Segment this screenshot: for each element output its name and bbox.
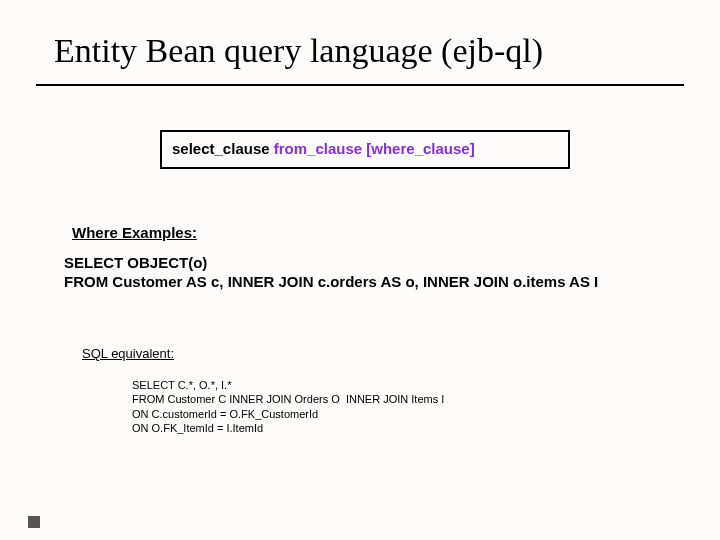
where-examples-heading: Where Examples: (72, 224, 197, 241)
sql-line: SELECT C.*, O.*, I.* (132, 379, 231, 391)
sql-line: ON O.FK_ItemId = I.ItemId (132, 422, 263, 434)
slide-title: Entity Bean query language (ejb-ql) (54, 32, 543, 70)
title-underline (36, 84, 684, 86)
ejbql-example: SELECT OBJECT(o) FROM Customer AS c, INN… (64, 254, 598, 292)
syntax-box: select_clause from_clause [where_clause] (160, 130, 570, 169)
sql-equivalent-body: SELECT C.*, O.*, I.* FROM Customer C INN… (132, 378, 444, 435)
ejbql-line: FROM Customer AS c, INNER JOIN c.orders … (64, 273, 598, 290)
sql-line: ON C.customerId = O.FK_CustomerId (132, 408, 318, 420)
slide-corner-marker (28, 516, 40, 528)
syntax-from-where-clause: from_clause [where_clause] (274, 140, 475, 157)
ejbql-line: SELECT OBJECT(o) (64, 254, 207, 271)
syntax-select-clause: select_clause (172, 140, 274, 157)
sql-line: FROM Customer C INNER JOIN Orders O INNE… (132, 393, 444, 405)
sql-equivalent-heading: SQL equivalent: (82, 346, 174, 361)
